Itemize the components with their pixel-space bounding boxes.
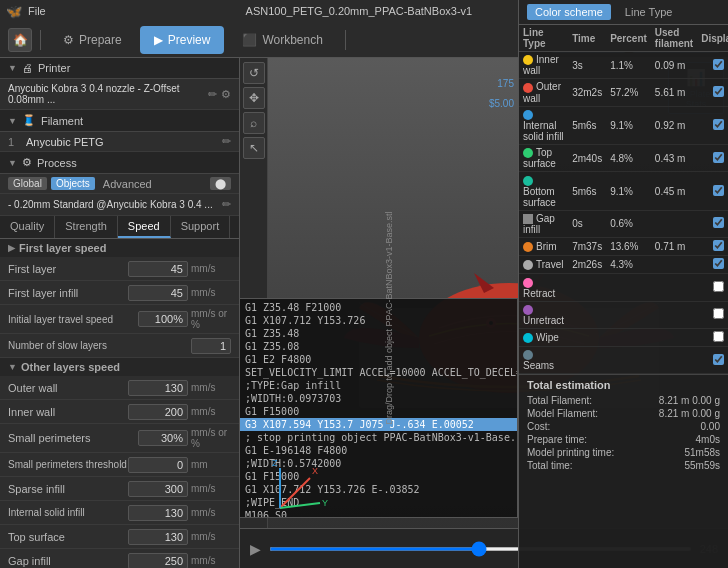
printer-section-arrow: ▼ [8, 63, 17, 73]
gcode-line-11[interactable]: 74065G1 E-196148 F4800 [240, 444, 517, 457]
gap-infill-input[interactable] [128, 553, 188, 569]
titlebar-left: 🦋 File [6, 4, 46, 19]
internal-solid-infill-row: Internal solid infill mm/s [0, 501, 239, 525]
tab-workbench[interactable]: ⬛ Workbench [228, 26, 336, 54]
tab-speed[interactable]: Speed [118, 216, 171, 238]
gcode-line-0[interactable]: 74054G1 Z35.48 F21000 [240, 301, 517, 314]
left-panel: ▼ 🖨 Printer Anycubic Kobra 3 0.4 nozzle … [0, 58, 240, 568]
svg-line-11 [280, 503, 320, 508]
small-perimeters-input[interactable] [138, 430, 188, 446]
first-layer-infill-input[interactable] [128, 285, 188, 301]
line-type-row-7: Travel2m26s4.3% [519, 256, 728, 274]
tab-quality[interactable]: Quality [0, 216, 55, 238]
gcode-line-8[interactable]: 74062G1 F15000 [240, 405, 517, 418]
toolbar-sep-1 [40, 30, 41, 50]
color-swatch-4 [523, 176, 533, 186]
display-checkbox-9[interactable] [713, 308, 724, 319]
printer-row: Anycubic Kobra 3 0.4 nozzle - Z-Offset 0… [0, 79, 239, 110]
color-swatch-0 [523, 55, 533, 65]
top-surface-row: Top surface mm/s [0, 525, 239, 549]
line-type-row-3: Top surface2m40s4.8%0.43 m [519, 145, 728, 172]
line-type-row-8: Retract [519, 274, 728, 301]
other-layers-speed-group[interactable]: ▼ Other layers speed [0, 358, 239, 376]
advanced-toggle[interactable]: ⬤ [210, 177, 231, 190]
line-type-row-10: Wipe [519, 328, 728, 346]
gcode-line-10[interactable]: 74064; stop printing object PPAC-BatNBox… [240, 431, 517, 444]
zoom-icon[interactable]: ⌕ [243, 112, 265, 134]
gcode-line-6[interactable]: 74060;TYPE:Gap infill [240, 379, 517, 392]
rotate-icon[interactable]: ↺ [243, 62, 265, 84]
gcode-line-3[interactable]: 74057G1 Z35.08 [240, 340, 517, 353]
gcode-line-2[interactable]: 74056G1 Z35.48 [240, 327, 517, 340]
play-icon[interactable]: ▶ [250, 541, 261, 557]
display-checkbox-1[interactable] [713, 86, 724, 97]
printer-edit-icon[interactable]: ✏ [208, 88, 217, 101]
filament-section-header[interactable]: ▼ 🧵 Filament [0, 110, 239, 132]
color-scheme-tab[interactable]: Color scheme [527, 4, 611, 20]
home-button[interactable]: 🏠 [8, 28, 32, 52]
top-surface-input[interactable] [128, 529, 188, 545]
internal-solid-infill-input[interactable] [128, 505, 188, 521]
display-checkbox-2[interactable] [713, 119, 724, 130]
tab-strength[interactable]: Strength [55, 216, 118, 238]
right-panel: Color scheme Line Type Line Type Time Pe… [518, 0, 728, 568]
first-layer-speed-group[interactable]: ▶ First layer speed [0, 239, 239, 257]
app-icon: 🦋 [6, 4, 22, 19]
objects-badge[interactable]: Objects [51, 177, 95, 190]
select-icon[interactable]: ↖ [243, 137, 265, 159]
small-perimeters-thresh-input[interactable] [128, 457, 188, 473]
display-checkbox-11[interactable] [713, 354, 724, 365]
outer-wall-input[interactable] [128, 380, 188, 396]
color-swatch-5 [523, 214, 533, 224]
preview-icon: ▶ [154, 33, 163, 47]
filament-icon: 🧵 [22, 114, 36, 127]
tab-preview[interactable]: ▶ Preview [140, 26, 225, 54]
global-badge[interactable]: Global [8, 177, 47, 190]
filament-edit-icon[interactable]: ✏ [222, 135, 231, 148]
small-perimeters-thresh-row: Small perimeters threshold mm [0, 453, 239, 477]
gcode-line-7[interactable]: 74061;WIDTH:0.0973703 [240, 392, 517, 405]
process-adv-label: Advanced [103, 178, 152, 190]
num-slow-layers-row: Number of slow layers [0, 334, 239, 358]
gcode-line-1[interactable]: 74055G1 X107.712 Y153.726 [240, 314, 517, 327]
settings-nav-tabs: Quality Strength Speed Support Others No… [0, 216, 239, 239]
printer-settings-icon[interactable]: ⚙ [221, 88, 231, 101]
line-type-tab[interactable]: Line Type [617, 4, 681, 20]
initial-travel-input[interactable] [138, 311, 188, 327]
display-checkbox-5[interactable] [713, 217, 724, 228]
cost-row: Cost: 0.00 [527, 420, 720, 433]
svg-text:Y: Y [322, 498, 328, 508]
col-time: Time [568, 25, 606, 52]
display-checkbox-4[interactable] [713, 185, 724, 196]
sparse-infill-input[interactable] [128, 481, 188, 497]
process-section-header[interactable]: ▼ ⚙ Process [0, 152, 239, 174]
printer-section-header[interactable]: ▼ 🖨 Printer [0, 58, 239, 79]
inner-wall-input[interactable] [128, 404, 188, 420]
process-row: Global Objects Advanced ⬤ [0, 174, 239, 194]
tab-prepare[interactable]: ⚙ Prepare [49, 26, 136, 54]
gcode-line-5[interactable]: 74059SET_VELOCITY_LIMIT ACCEL=10000 ACCE… [240, 366, 517, 379]
pan-icon[interactable]: ✥ [243, 87, 265, 109]
workbench-icon: ⬛ [242, 33, 257, 47]
initial-travel-row: Initial layer travel speed mm/s or % [0, 305, 239, 334]
line-type-row-0: Inner wall3s1.1%0.09 m [519, 52, 728, 79]
display-checkbox-6[interactable] [713, 240, 724, 251]
file-menu[interactable]: File [28, 5, 46, 17]
gcode-line-4[interactable]: 74058G1 E2 F4800 [240, 353, 517, 366]
num-slow-layers-input[interactable] [191, 338, 231, 354]
sparse-infill-row: Sparse infill mm/s [0, 477, 239, 501]
process-edit-icon[interactable]: ✏ [222, 198, 231, 211]
display-checkbox-3[interactable] [713, 152, 724, 163]
color-scheme-header: Color scheme Line Type [519, 0, 728, 25]
display-checkbox-7[interactable] [713, 258, 724, 269]
toolbar-sep-2 [345, 30, 346, 50]
filament-row: 1 Anycubic PETG ✏ [0, 132, 239, 152]
display-checkbox-0[interactable] [713, 59, 724, 70]
tab-others[interactable]: Others [230, 216, 240, 238]
display-checkbox-8[interactable] [713, 281, 724, 292]
first-layer-input[interactable] [128, 261, 188, 277]
tab-support[interactable]: Support [171, 216, 231, 238]
color-swatch-7 [523, 260, 533, 270]
display-checkbox-10[interactable] [713, 331, 724, 342]
gcode-line-9[interactable]: 74063G3 X107.594 Y153.7 J075 J-.634 E.00… [240, 418, 517, 431]
